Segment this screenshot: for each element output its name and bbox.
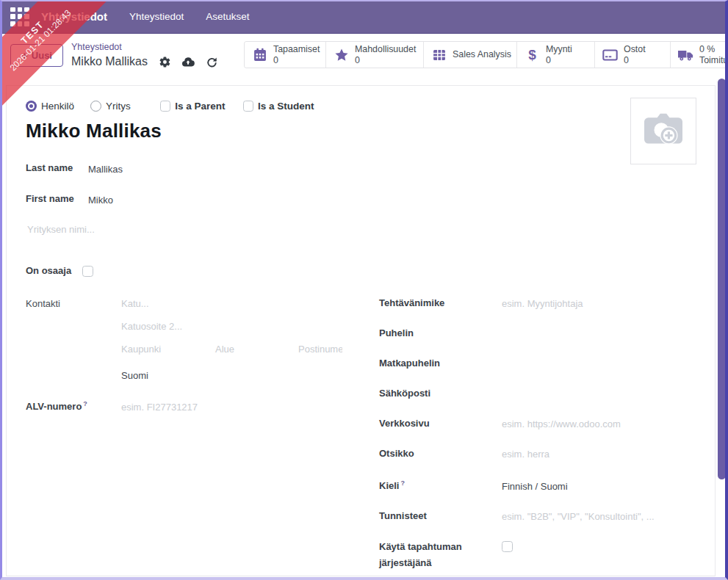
tags-label: Tunnisteet [379, 510, 427, 521]
is-a-parent-label[interactable]: Is a Parent [175, 101, 225, 112]
event-organizer-label-line2: järjestäjänä [379, 557, 432, 568]
stat-button-sales-analysis[interactable]: Sales Analysis [424, 42, 517, 68]
top-navbar: Yhteystiedot Yhteystiedot Asetukset [0, 0, 728, 34]
is-a-parent-checkbox[interactable] [160, 101, 171, 112]
table-icon [431, 48, 447, 62]
radio-henkilo-label[interactable]: Henkilö [41, 101, 74, 112]
apps-menu-icon[interactable] [10, 7, 29, 26]
city-input[interactable]: Kaupunki [121, 344, 161, 355]
stat-button-mahdollisuudet[interactable]: Mahdollisuudet0 [326, 42, 424, 68]
stat-button-myynti[interactable]: $ Myynti0 [517, 42, 595, 68]
vat-label: ALV-numero? [26, 400, 87, 412]
app-brand[interactable]: Yhteystiedot [41, 10, 107, 23]
star-icon [334, 48, 349, 62]
country-input[interactable]: Suomi [121, 370, 148, 381]
event-organizer-label-line1: Käytä tapahtuman [379, 541, 462, 552]
first-name-label: First name [26, 193, 74, 204]
radio-yritys[interactable] [90, 101, 101, 112]
breadcrumb-current: Mikko Mallikas [71, 55, 148, 68]
is-a-student-checkbox[interactable] [243, 101, 254, 112]
discard-undo-icon[interactable] [205, 55, 218, 68]
is-a-student-label[interactable]: Is a Student [258, 101, 314, 112]
tags-input[interactable]: esim. "B2B", "VIP", "Konsultointi", ... [502, 511, 655, 522]
plus-icon: + [21, 50, 28, 61]
title-field-label: Otsikko [379, 448, 414, 459]
vertical-scrollbar-thumb[interactable] [718, 79, 726, 479]
menu-yhteystiedot[interactable]: Yhteystiedot [129, 11, 184, 22]
event-organizer-checkbox[interactable] [502, 541, 513, 552]
on-osaaja-checkbox[interactable] [82, 266, 93, 277]
zip-input[interactable]: Postinumero [298, 344, 342, 355]
stat-button-toimitus[interactable]: 0 %Toimitus [671, 42, 725, 68]
dollar-icon: $ [525, 48, 540, 62]
radio-yritys-label[interactable]: Yritys [106, 101, 131, 112]
contact-name-title[interactable]: Mikko Mallikas [26, 120, 162, 142]
kontakti-label: Kontakti [26, 298, 60, 309]
avatar-upload[interactable] [630, 98, 696, 164]
language-select[interactable]: Finnish / Suomi [502, 481, 568, 492]
menu-asetukset[interactable]: Asetukset [206, 11, 249, 22]
new-button-label: Uusi [32, 50, 52, 61]
title-field-input[interactable]: esim. herra [502, 449, 549, 460]
save-cloud-icon[interactable] [181, 55, 195, 68]
stat-button-box: Tapaamiset0 Mahdollisuudet0 Sales Analys… [244, 41, 725, 68]
phone-label: Puhelin [379, 327, 414, 338]
breadcrumb-parent[interactable]: Yhteystiedot [71, 42, 122, 52]
stat-button-tapaamiset[interactable]: Tapaamiset0 [245, 42, 326, 68]
company-name-input[interactable]: Yrityksen nimi... [27, 224, 95, 235]
calendar-icon [252, 48, 267, 62]
credit-card-icon [602, 48, 618, 62]
mobile-label: Matkapuhelin [379, 358, 440, 369]
stat-button-ostot[interactable]: Ostot0 [595, 42, 671, 68]
last-name-input[interactable]: Mallikas [88, 164, 123, 175]
breadcrumb: Mikko Mallikas [71, 55, 218, 68]
on-osaaja-label: On osaaja [26, 265, 71, 276]
street2-input[interactable]: Katuosoite 2... [121, 321, 182, 332]
job-title-label: Tehtävänimike [379, 297, 444, 308]
settings-gear-icon[interactable] [158, 55, 171, 68]
radio-henkilo[interactable] [26, 101, 37, 112]
website-label: Verkkosivu [379, 418, 430, 429]
website-input[interactable]: esim. https://www.odoo.com [502, 418, 621, 429]
language-label: Kieli? [379, 479, 405, 491]
truck-icon [678, 48, 693, 62]
street-input[interactable]: Katu... [121, 298, 149, 309]
email-label: Sähköposti [379, 388, 430, 399]
company-type-selector: Henkilö Yritys Is a Parent Is a Student [26, 101, 314, 112]
form-sheet [6, 85, 716, 576]
camera-plus-icon [641, 111, 685, 152]
last-name-label: Last name [26, 162, 73, 173]
first-name-input[interactable]: Mikko [88, 195, 113, 206]
vat-help-icon: ? [83, 400, 87, 407]
language-help-icon: ? [400, 479, 405, 487]
vat-input[interactable]: esim. FI27731217 [121, 402, 198, 413]
state-input[interactable]: Alue [215, 344, 234, 355]
job-title-input[interactable]: esim. Myyntijohtaja [502, 298, 583, 309]
new-button[interactable]: + Uusi [10, 44, 63, 67]
